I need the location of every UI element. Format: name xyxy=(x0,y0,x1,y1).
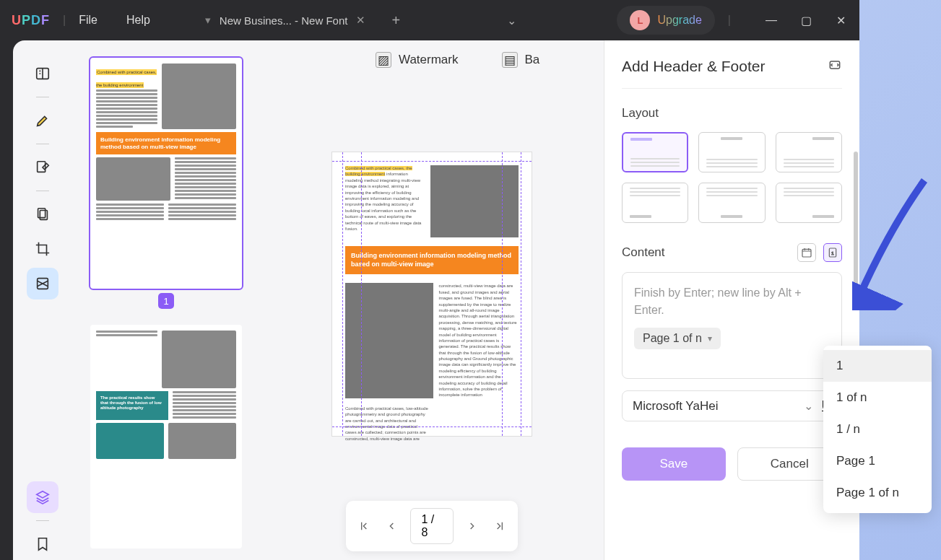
maximize-button[interactable]: ▢ xyxy=(799,14,813,27)
left-toolbar xyxy=(13,40,72,560)
thumbnail-banner: Building environment information modelin… xyxy=(96,132,236,154)
page-number-icon[interactable]: 1 xyxy=(823,243,842,262)
thumbnail-image xyxy=(168,423,236,459)
thumbnail-image xyxy=(162,64,236,129)
panel-title: Add Header & Footer xyxy=(622,58,765,75)
save-button[interactable]: Save xyxy=(622,447,726,481)
layout-section-label: Layout xyxy=(622,106,842,121)
document-preview[interactable]: Combined with practical cases, the build… xyxy=(331,152,532,437)
preview-image xyxy=(430,165,519,237)
workspace: Combined with practical cases, the build… xyxy=(13,40,859,560)
titlebar: UPDF | File Help ▾ New Busines... - New … xyxy=(0,0,859,40)
watermark-action[interactable]: ▨ Watermark xyxy=(376,52,459,68)
last-page-button[interactable] xyxy=(493,520,506,532)
dropdown-option-page-1[interactable]: Page 1 xyxy=(823,445,932,477)
font-selector[interactable]: Microsoft YaHei ⌄ U xyxy=(622,390,842,421)
svg-rect-6 xyxy=(802,249,811,257)
background-icon: ▤ xyxy=(502,52,518,68)
scrollbar[interactable] xyxy=(854,152,858,296)
pages-tool[interactable] xyxy=(27,198,58,230)
separator xyxy=(36,191,49,191)
layout-option-top-left[interactable] xyxy=(622,132,688,172)
highlight-tool[interactable] xyxy=(27,105,58,136)
right-panel: Add Header & Footer Layout Content 1 xyxy=(604,40,859,560)
dropdown-option-1-slash-n[interactable]: 1 / n xyxy=(823,414,932,445)
svg-rect-2 xyxy=(38,209,45,218)
layout-option-top-right[interactable] xyxy=(776,132,842,172)
window-controls: — ▢ ✕ xyxy=(764,14,848,27)
upgrade-button[interactable]: L Upgrade xyxy=(617,6,714,35)
bookmark-tool[interactable] xyxy=(27,528,58,560)
reader-tool[interactable] xyxy=(27,58,58,89)
avatar: L xyxy=(630,10,650,30)
menu-help[interactable]: Help xyxy=(126,14,150,27)
close-icon[interactable]: ✕ xyxy=(356,14,365,27)
separator xyxy=(36,144,49,144)
thumbnail-image xyxy=(162,331,236,388)
layout-grid xyxy=(622,132,842,223)
dropdown-option-1-of-n[interactable]: 1 of n xyxy=(823,382,932,414)
chevron-down-icon: ▾ xyxy=(708,333,712,344)
layout-option-bottom-center[interactable] xyxy=(698,183,765,223)
page-thumbnail-1[interactable]: Combined with practical cases, the build… xyxy=(90,58,242,289)
content-chip[interactable]: Page 1 of n▾ xyxy=(634,328,721,349)
separator xyxy=(36,520,49,521)
chevron-down-icon: ⌄ xyxy=(804,399,813,413)
tab-title: New Busines... - New Font xyxy=(220,14,348,27)
dropdown-option-page-1-of-n[interactable]: Page 1 of n xyxy=(823,477,932,509)
dropdown-option-1[interactable]: 1 xyxy=(823,350,932,382)
date-icon[interactable] xyxy=(797,243,816,262)
svg-text:1: 1 xyxy=(831,251,834,255)
thumbnail-image xyxy=(96,157,170,201)
upgrade-label: Upgrade xyxy=(657,14,701,27)
button-row: Save Cancel xyxy=(622,436,842,492)
separator: | xyxy=(63,14,66,27)
page-indicator[interactable]: 1 / 8 xyxy=(410,508,453,544)
layout-option-top-center[interactable] xyxy=(698,132,765,172)
tabs-overflow-icon[interactable]: ⌄ xyxy=(507,14,516,27)
menu-file[interactable]: File xyxy=(79,14,97,27)
content-input-box[interactable]: Finish by Enter; new line by Alt + Enter… xyxy=(622,272,842,379)
main-canvas: ▨ Watermark ▤ Ba Combined with practical… xyxy=(260,40,604,560)
crop-tool[interactable] xyxy=(27,233,58,265)
next-page-button[interactable] xyxy=(467,520,480,532)
page-format-dropdown: 1 1 of n 1 / n Page 1 Page 1 of n xyxy=(823,346,932,513)
expand-icon[interactable] xyxy=(828,58,842,75)
watermark-tool[interactable] xyxy=(27,268,58,299)
separator xyxy=(36,97,49,97)
thumbnail-rail: Combined with practical cases, the build… xyxy=(72,40,260,560)
page-thumbnail-2[interactable]: The practical results show that through … xyxy=(90,325,242,548)
top-actions: ▨ Watermark ▤ Ba xyxy=(260,40,604,79)
thumbnail-image xyxy=(96,423,164,459)
document-tab[interactable]: ▾ New Busines... - New Font ✕ xyxy=(194,5,378,35)
prev-page-button[interactable] xyxy=(384,520,398,532)
tab-dropdown-icon[interactable]: ▾ xyxy=(205,14,211,27)
svg-rect-3 xyxy=(40,211,47,220)
separator: | xyxy=(728,14,731,27)
content-placeholder: Finish by Enter; new line by Alt + Enter… xyxy=(634,284,830,319)
preview-banner: Building environment information modelin… xyxy=(345,246,519,274)
preview-image xyxy=(345,283,433,398)
highlight-text: Combined with practical cases, the build… xyxy=(345,166,412,176)
tab-strip: ▾ New Busines... - New Font ✕ + ⌄ xyxy=(194,5,603,35)
content-section-label: Content xyxy=(622,245,665,260)
font-name: Microsoft YaHei xyxy=(633,399,795,414)
minimize-button[interactable]: — xyxy=(764,14,779,27)
annotation-arrow xyxy=(852,173,932,310)
page-number-badge: 1 xyxy=(158,293,174,309)
background-action[interactable]: ▤ Ba xyxy=(502,52,540,68)
pager: 1 / 8 xyxy=(346,501,518,551)
edit-tool[interactable] xyxy=(27,152,58,183)
layout-option-bottom-right[interactable] xyxy=(776,183,842,223)
highlight-text: Combined with practical cases, the build… xyxy=(96,69,157,88)
layers-tool[interactable] xyxy=(27,481,58,513)
first-page-button[interactable] xyxy=(357,520,371,532)
app-logo: UPDF xyxy=(12,13,50,28)
thumbnail-banner: The practical results show that through … xyxy=(96,391,168,420)
watermark-icon: ▨ xyxy=(376,52,391,68)
layout-option-bottom-left[interactable] xyxy=(622,183,688,223)
close-button[interactable]: ✕ xyxy=(833,14,848,27)
add-tab-button[interactable]: + xyxy=(386,10,406,30)
